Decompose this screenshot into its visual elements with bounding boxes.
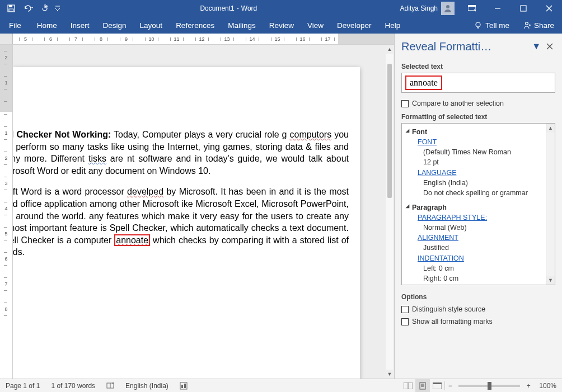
spell-check-status[interactable]	[101, 379, 120, 393]
zoom-out-button[interactable]: −	[445, 382, 455, 390]
lightbulb-icon	[474, 21, 482, 29]
tree-scroll-up-icon[interactable]: ▲	[546, 124, 555, 133]
svg-rect-28	[420, 382, 425, 389]
tab-help[interactable]: Help	[378, 17, 408, 34]
distinguish-style-row[interactable]: Distinguish style source	[395, 303, 562, 315]
tell-me-button[interactable]: Tell me	[469, 17, 515, 34]
compare-label: Compare to another selection	[412, 100, 504, 107]
indent-left-value: Left: 0 cm	[423, 263, 542, 273]
spacing-link[interactable]: SPACING	[418, 284, 542, 285]
paragraph-2[interactable]: osoft Word is a word processor develped …	[13, 186, 349, 258]
ruler-corner	[0, 34, 13, 45]
tab-design[interactable]: Design	[96, 17, 133, 34]
paragraph-1[interactable]: pell Checker Not Working: Today, Compute…	[13, 129, 349, 177]
svg-rect-24	[181, 385, 183, 388]
tab-references[interactable]: References	[169, 17, 221, 34]
book-icon	[106, 382, 114, 390]
quick-access-toolbar	[0, 1, 62, 16]
redo-button[interactable]	[37, 1, 53, 16]
svg-rect-33	[433, 382, 442, 384]
window-title: Document1 - Word	[62, 4, 396, 12]
read-mode-button[interactable]	[401, 379, 415, 393]
indentation-link[interactable]: INDENTATION	[418, 253, 542, 263]
font-link[interactable]: FONT	[418, 137, 542, 147]
show-formatting-marks-row[interactable]: Show all formatting marks	[395, 315, 562, 328]
paragraph-style-link[interactable]: PARAGRAPH STYLE:	[418, 212, 542, 223]
ribbon-display-options-button[interactable]	[459, 0, 485, 17]
maximize-button[interactable]	[511, 0, 536, 17]
qat-customize-button[interactable]	[54, 1, 62, 16]
language-status[interactable]: English (India)	[120, 379, 174, 393]
status-bar: Page 1 of 1 1 of 170 words English (Indi…	[0, 379, 562, 392]
font-group[interactable]: Font	[412, 127, 542, 137]
svg-rect-1	[9, 5, 12, 7]
print-layout-button[interactable]	[415, 379, 430, 393]
zoom-slider-thumb[interactable]	[488, 382, 491, 390]
avatar-icon	[441, 2, 455, 15]
checkbox-icon[interactable]	[401, 318, 409, 325]
tab-view[interactable]: View	[301, 17, 330, 34]
alignment-link[interactable]: ALIGNMENT	[418, 233, 542, 243]
tell-me-label: Tell me	[485, 21, 509, 30]
tab-developer[interactable]: Developer	[330, 17, 378, 34]
title-bar: Document1 - Word Aditya Singh	[0, 0, 562, 17]
selected-text-value: annoate	[405, 75, 442, 90]
minimize-button[interactable]	[485, 0, 511, 17]
close-button[interactable]	[536, 0, 562, 17]
tab-mailings[interactable]: Mailings	[221, 17, 263, 34]
scroll-thumb[interactable]	[387, 64, 392, 198]
page-number-status[interactable]: Page 1 of 1	[0, 379, 45, 393]
app-name: Word	[241, 4, 257, 12]
user-account[interactable]: Aditya Singh	[396, 2, 459, 15]
ribbon-tabs: File Home Insert Design Layout Reference…	[0, 17, 562, 34]
tab-home[interactable]: Home	[30, 17, 64, 34]
tab-review[interactable]: Review	[263, 17, 301, 34]
word-count-status[interactable]: 1 of 170 words	[45, 379, 101, 393]
compare-checkbox-row[interactable]: Compare to another selection	[395, 97, 562, 110]
macro-icon	[180, 382, 188, 390]
svg-rect-6	[468, 5, 476, 7]
tree-scroll-down-icon[interactable]: ▼	[546, 276, 555, 285]
selected-text-label: Selected text	[395, 59, 562, 73]
svg-point-11	[476, 22, 480, 27]
vertical-ruler[interactable]: 2112345678	[0, 45, 13, 379]
zoom-level[interactable]: 100%	[533, 379, 562, 393]
tree-scrollbar[interactable]: ▲ ▼	[546, 124, 555, 285]
share-button[interactable]: Share	[517, 17, 560, 34]
scroll-up-arrow-icon[interactable]: ▲	[385, 45, 394, 54]
checkbox-icon[interactable]	[401, 306, 409, 313]
horizontal-ruler[interactable]: 567891011121314151617	[0, 34, 394, 45]
user-name: Aditya Singh	[400, 4, 438, 12]
font-family-value: (Default) Times New Roman	[423, 147, 542, 157]
svg-rect-2	[9, 9, 13, 11]
selected-text-box[interactable]: annoate	[401, 73, 555, 93]
vertical-scrollbar[interactable]: ▲ ▼	[385, 45, 394, 379]
selected-word[interactable]: annoate	[114, 234, 150, 246]
zoom-slider[interactable]	[458, 385, 520, 387]
save-button[interactable]	[3, 1, 19, 16]
formatting-label: Formatting of selected text	[395, 110, 562, 123]
distinguish-style-label: Distinguish style source	[412, 305, 485, 313]
zoom-in-button[interactable]: +	[523, 382, 533, 390]
checkbox-icon[interactable]	[401, 100, 409, 107]
scroll-down-arrow-icon[interactable]: ▼	[385, 370, 394, 379]
macro-status[interactable]	[174, 379, 193, 393]
alignment-value: Justified	[423, 243, 542, 253]
document-area: 567891011121314151617 2112345678 pell Ch…	[0, 34, 394, 379]
language-link[interactable]: LANGUAGE	[418, 168, 542, 178]
web-layout-button[interactable]	[430, 379, 444, 393]
document-page[interactable]: pell Checker Not Working: Today, Compute…	[13, 67, 360, 379]
pane-menu-chevron-icon[interactable]: ▼	[528, 41, 544, 51]
show-formatting-marks-label: Show all formatting marks	[412, 318, 493, 325]
share-label: Share	[534, 21, 554, 30]
pane-close-button[interactable]	[544, 41, 555, 52]
tab-file[interactable]: File	[2, 17, 28, 34]
reveal-formatting-pane: Reveal Formatti… ▼ Selected text annoate…	[394, 34, 562, 379]
tab-layout[interactable]: Layout	[133, 17, 170, 34]
undo-button[interactable]	[20, 1, 36, 16]
svg-rect-25	[184, 384, 186, 388]
paragraph-group[interactable]: Paragraph	[412, 202, 542, 212]
tab-insert[interactable]: Insert	[64, 17, 96, 34]
page-canvas: pell Checker Not Working: Today, Compute…	[13, 45, 394, 379]
share-icon	[523, 21, 531, 29]
